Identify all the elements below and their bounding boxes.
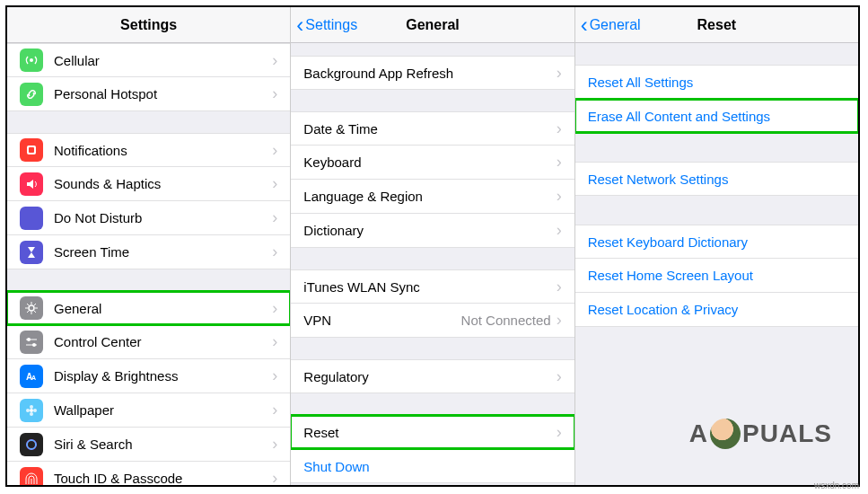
link-icon — [20, 83, 43, 106]
row-regulatory[interactable]: Regulatory› — [291, 359, 574, 393]
row-label: General — [54, 301, 272, 316]
chevron-right-icon: › — [557, 311, 562, 330]
row-label: Language & Region — [303, 189, 556, 204]
row-label: Erase All Content and Settings — [588, 109, 846, 124]
settings-group: Reset All Settings — [575, 65, 858, 99]
row-controlcenter[interactable]: Control Center› — [7, 325, 290, 359]
settings-panel: SettingsCellular›Personal Hotspot›Notifi… — [7, 7, 290, 485]
settings-group: Notifications›Sounds & Haptics›Do Not Di… — [7, 133, 290, 269]
svg-text:A: A — [31, 375, 36, 381]
row-wallpaper[interactable]: Wallpaper› — [7, 393, 290, 428]
back-label: General — [590, 17, 641, 33]
row-label: Screen Time — [54, 244, 272, 260]
row-siri[interactable]: Siri & Search› — [7, 428, 290, 462]
chevron-left-icon: ‹ — [296, 14, 303, 36]
svg-point-12 — [33, 409, 37, 412]
settings-group: General›Control Center›AADisplay & Brigh… — [7, 291, 290, 485]
row-notifications[interactable]: Notifications› — [7, 133, 290, 167]
row-label: Notifications — [54, 143, 272, 158]
row-shutdown[interactable]: Shut Down — [291, 449, 574, 483]
hourglass-icon — [20, 241, 43, 264]
row-label: Reset — [303, 425, 556, 440]
row-label: Regulatory — [303, 369, 556, 384]
svg-point-14 — [27, 440, 36, 449]
antenna-icon — [20, 49, 43, 72]
chevron-right-icon: › — [272, 401, 277, 419]
row-label: iTunes WLAN Sync — [303, 279, 556, 295]
chevron-right-icon: › — [272, 208, 277, 227]
svg-rect-2 — [29, 147, 34, 153]
row-hotspot[interactable]: Personal Hotspot› — [7, 77, 290, 111]
settings-group: Erase All Content and Settings — [575, 99, 858, 133]
settings-group: Reset Keyboard DictionaryReset Home Scre… — [575, 225, 858, 327]
reset-panel: ‹GeneralResetReset All SettingsErase All… — [574, 7, 858, 485]
row-label: Cellular — [54, 53, 272, 68]
chevron-right-icon: › — [272, 435, 277, 454]
chevron-right-icon: › — [272, 174, 277, 193]
row-eraseall[interactable]: Erase All Content and Settings — [575, 99, 858, 133]
row-general[interactable]: General› — [7, 291, 290, 325]
row-reset[interactable]: Reset› — [291, 415, 574, 449]
row-label: Shut Down — [303, 459, 561, 474]
settings-group: Reset Network Settings — [575, 162, 858, 196]
row-label: Do Not Disturb — [54, 210, 272, 225]
row-resetnet[interactable]: Reset Network Settings — [575, 162, 858, 196]
settings-group: Background App Refresh› — [291, 56, 574, 90]
row-resetkb[interactable]: Reset Keyboard Dictionary — [575, 225, 858, 259]
row-label: Touch ID & Passcode — [54, 471, 272, 485]
row-label: Keyboard — [303, 154, 556, 170]
chevron-right-icon: › — [272, 243, 277, 261]
row-label: Reset Home Screen Layout — [588, 268, 846, 283]
chevron-right-icon: › — [272, 332, 277, 351]
row-resethome[interactable]: Reset Home Screen Layout — [575, 259, 858, 293]
text-icon: AA — [20, 365, 43, 388]
chevron-right-icon: › — [557, 153, 562, 172]
back-button[interactable]: ‹Settings — [296, 14, 357, 36]
row-label: Reset All Settings — [588, 75, 846, 90]
row-label: Reset Network Settings — [588, 172, 846, 187]
row-value: Not Connected — [461, 313, 551, 328]
watermark: wsxdn.com — [814, 481, 859, 490]
row-datetime[interactable]: Date & Time› — [291, 111, 574, 146]
row-label: Siri & Search — [54, 437, 272, 452]
speaker-icon — [20, 172, 43, 196]
row-keyboard[interactable]: Keyboard› — [291, 146, 574, 180]
row-resetall[interactable]: Reset All Settings — [575, 65, 858, 99]
back-button[interactable]: ‹General — [581, 14, 641, 36]
logo-head-icon — [710, 419, 741, 449]
chevron-right-icon: › — [557, 64, 562, 83]
row-bgrefresh[interactable]: Background App Refresh› — [291, 56, 574, 90]
row-vpn[interactable]: VPNNot Connected› — [291, 304, 574, 338]
row-label: Personal Hotspot — [54, 86, 272, 101]
chevron-right-icon: › — [557, 278, 562, 296]
row-touchid[interactable]: Touch ID & Passcode› — [7, 462, 290, 485]
row-dnd[interactable]: Do Not Disturb› — [7, 201, 290, 235]
nav-title: Reset — [697, 17, 737, 33]
row-sounds[interactable]: Sounds & Haptics› — [7, 167, 290, 201]
chevron-right-icon: › — [272, 366, 277, 385]
chevron-right-icon: › — [557, 119, 562, 138]
navbar: ‹GeneralReset — [575, 7, 858, 43]
gear-icon — [20, 296, 43, 320]
row-resetloc[interactable]: Reset Location & Privacy — [575, 293, 858, 327]
sliders-icon — [20, 331, 43, 354]
navbar: Settings — [7, 7, 290, 43]
row-screentime[interactable]: Screen Time› — [7, 235, 290, 269]
settings-group: Regulatory› — [291, 359, 574, 393]
settings-group: iTunes WLAN Sync›VPNNot Connected› — [291, 269, 574, 338]
row-label: Background App Refresh — [303, 66, 556, 81]
row-lang[interactable]: Language & Region› — [291, 180, 574, 214]
row-cellular[interactable]: Cellular› — [7, 43, 290, 77]
row-dict[interactable]: Dictionary› — [291, 214, 574, 248]
svg-point-11 — [26, 409, 30, 412]
chevron-left-icon: ‹ — [581, 14, 588, 36]
settings-group: Reset› — [291, 415, 574, 449]
row-display[interactable]: AADisplay & Brightness› — [7, 359, 290, 393]
row-label: Wallpaper — [54, 402, 272, 418]
general-panel: ‹SettingsGeneralBackground App Refresh›D… — [290, 7, 574, 485]
siri-icon — [20, 433, 43, 456]
chevron-right-icon: › — [557, 187, 562, 206]
row-itunes[interactable]: iTunes WLAN Sync› — [291, 269, 574, 304]
row-label: Reset Location & Privacy — [588, 302, 846, 317]
settings-group: Date & Time›Keyboard›Language & Region›D… — [291, 111, 574, 248]
